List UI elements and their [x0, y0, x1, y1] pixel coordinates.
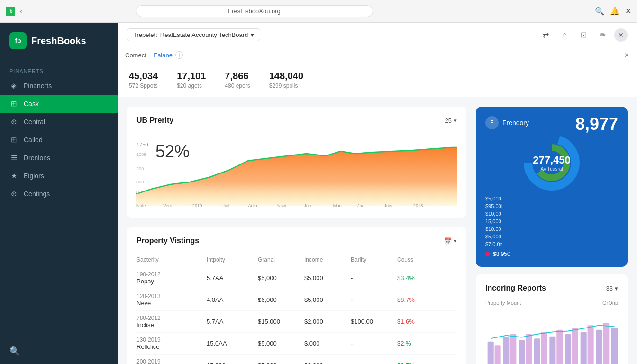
- svg-rect-32: [596, 330, 602, 364]
- legend-item-1: $95.00I: [485, 203, 618, 209]
- right-panel: F Frendory 8,977: [476, 97, 637, 364]
- chart-badge[interactable]: 25 ▾: [445, 117, 457, 124]
- sidebar-search-icon[interactable]: 🔍: [9, 346, 20, 356]
- drenlons-icon: ☰: [9, 154, 18, 162]
- svg-rect-26: [549, 337, 555, 364]
- toolbar-edit-icon[interactable]: ✏: [595, 28, 610, 42]
- sidebar-section-label: Pinanerts: [0, 63, 118, 77]
- toolbar-actions: ⇄ ⌂ ⊡ ✏ ✕: [538, 28, 628, 42]
- app-container: fb FreshBooks Pinanerts ◈ Pinanerts ⊞ Ca…: [0, 23, 637, 364]
- stat-value-0: 45,034: [129, 71, 158, 82]
- cell-income: $3,000: [304, 362, 347, 364]
- sidebar-item-label: Central: [24, 118, 45, 126]
- reports-badge[interactable]: 33 ▾: [606, 285, 618, 292]
- logo-icon: fb: [9, 32, 27, 49]
- bar-chart-svg: 1 2 3 3 4 7 6 9 10: [485, 308, 618, 364]
- legend-item-2: $10,00: [485, 211, 618, 217]
- cell-granal: $5,000: [258, 340, 300, 347]
- template-label: Trepelet:: [133, 31, 157, 38]
- cell-barlity: -: [351, 340, 393, 347]
- legend-item-3: 15,000: [485, 218, 618, 224]
- svg-text:Juis: Juis: [384, 203, 392, 208]
- toolbar-swap-icon[interactable]: ⇄: [538, 28, 553, 42]
- svg-text:Note: Note: [136, 203, 146, 208]
- template-select[interactable]: Trepelet: RealEstate Accounty TechBoard …: [127, 28, 260, 41]
- legend-item-6: $7.0.0n: [485, 241, 618, 247]
- stat-label-1: $20 agots: [177, 82, 206, 89]
- pinanerts-icon: ◈: [9, 82, 18, 90]
- svg-text:Urol: Urol: [221, 203, 229, 208]
- col-barlity: Barlity: [351, 256, 393, 263]
- cell-couss: $8.7%: [397, 296, 435, 303]
- sidebar-item-centings[interactable]: ⊕ Centings: [0, 185, 118, 203]
- chevron-down-icon: ▾: [615, 285, 618, 292]
- sidebar-item-pinanerts[interactable]: ◈ Pinanerts: [0, 77, 118, 95]
- cell-intpolty: 15.0AA: [207, 340, 254, 347]
- property-table-badge[interactable]: 📅 ▾: [444, 237, 457, 245]
- browser-url-bar[interactable]: FresFisbooXou.org: [136, 5, 373, 17]
- connect-close-icon[interactable]: ✕: [624, 52, 629, 59]
- main-content: Trepelet: RealEstate Accounty TechBoard …: [118, 23, 637, 364]
- property-table-header: Property Vistings 📅 ▾: [136, 237, 457, 245]
- sidebar-item-central[interactable]: ⊕ Central: [0, 113, 118, 131]
- chart-section: UB Prerity 25 ▾ 1750 52%: [127, 107, 466, 218]
- svg-text:1005: 1005: [136, 152, 146, 157]
- sidebar-item-label: Cask: [24, 100, 39, 108]
- cell-couss: $2.%: [397, 340, 435, 347]
- browser-back[interactable]: ‹: [20, 7, 22, 16]
- cell-sacterity: 200-2019 Reprace: [136, 358, 203, 364]
- table-row: 130-2019 Rellclice 15.0AA $5,000 $,000 -…: [136, 333, 457, 355]
- sidebar-item-eigiors[interactable]: ★ Eigiors: [0, 167, 118, 185]
- browser-chrome: fb ‹ FresFisbooXou.org 🔍 🔔 ✕: [0, 0, 637, 23]
- cell-intpolty: 5.7AA: [207, 318, 254, 325]
- info-icon[interactable]: i: [175, 51, 183, 59]
- table-row: 200-2019 Reprace 15,300 $7,000 $3,000 - …: [136, 355, 457, 364]
- reports-title: Incoring Reports: [485, 284, 546, 292]
- browser-bell-icon[interactable]: 🔔: [610, 7, 619, 16]
- notif-bottom-value: $8,950: [493, 251, 510, 257]
- toolbar-home-icon[interactable]: ⌂: [557, 28, 572, 42]
- sidebar-item-called[interactable]: ⊞ Called: [0, 131, 118, 149]
- chevron-down-icon: ▾: [251, 31, 254, 38]
- cell-sacterity: 190-2012 Pepay: [136, 271, 203, 285]
- template-value: RealEstate Accounty TechBoard: [160, 31, 248, 38]
- sidebar-item-label: Pinanerts: [24, 82, 52, 90]
- cell-barlity: -: [351, 274, 393, 282]
- svg-text:Vers: Vers: [163, 203, 172, 208]
- cell-barlity: $100.00: [351, 318, 393, 325]
- sidebar-item-label: Called: [24, 136, 43, 144]
- faiane-label[interactable]: Faiane: [154, 52, 173, 59]
- cell-income: $,000: [304, 340, 347, 347]
- svg-rect-29: [572, 328, 578, 364]
- toolbar-grid-icon[interactable]: ⊡: [576, 28, 591, 42]
- centings-icon: ⊕: [9, 190, 18, 198]
- browser-nav[interactable]: ‹: [20, 7, 22, 16]
- svg-rect-28: [565, 334, 571, 364]
- svg-text:330: 330: [136, 180, 144, 184]
- stat-value-2: 7,866: [225, 71, 250, 82]
- notif-big-number: 8,977: [575, 114, 618, 134]
- stats-bar: 45,034 572 Sppots 17,101 $20 agots 7,866…: [118, 63, 637, 97]
- left-panel: UB Prerity 25 ▾ 1750 52%: [118, 97, 476, 364]
- notif-bottom-dot: [485, 252, 490, 256]
- reports-col1-label: Property Mount: [485, 300, 521, 306]
- sidebar-item-drenlons[interactable]: ☰ Drenlons: [0, 149, 118, 167]
- stat-item-2: 7,866 480 epors: [225, 71, 250, 89]
- svg-text:2019: 2019: [192, 203, 202, 208]
- cell-granal: $6,000: [258, 296, 300, 303]
- notif-donut-label: Av Tuasral: [533, 166, 571, 172]
- stat-label-2: 480 epors: [225, 82, 250, 89]
- toolbar: Trepelet: RealEstate Accounty TechBoard …: [118, 23, 637, 47]
- cell-sacterity: 780-2012 Inclise: [136, 315, 203, 328]
- stat-value-3: 148,040: [269, 71, 303, 82]
- sidebar-logo: fb FreshBooks: [0, 23, 118, 59]
- called-icon: ⊞: [9, 136, 18, 144]
- stat-item-3: 148,040 $299 spoils: [269, 71, 303, 89]
- browser-close-icon[interactable]: ✕: [625, 7, 631, 16]
- toolbar-close-button[interactable]: ✕: [614, 28, 628, 42]
- browser-search-icon[interactable]: 🔍: [595, 7, 604, 16]
- chevron-down-icon: ▾: [454, 117, 457, 124]
- stat-value-1: 17,101: [177, 71, 206, 82]
- cell-income: $5,000: [304, 296, 347, 303]
- sidebar-item-cask[interactable]: ⊞ Cask: [0, 95, 118, 113]
